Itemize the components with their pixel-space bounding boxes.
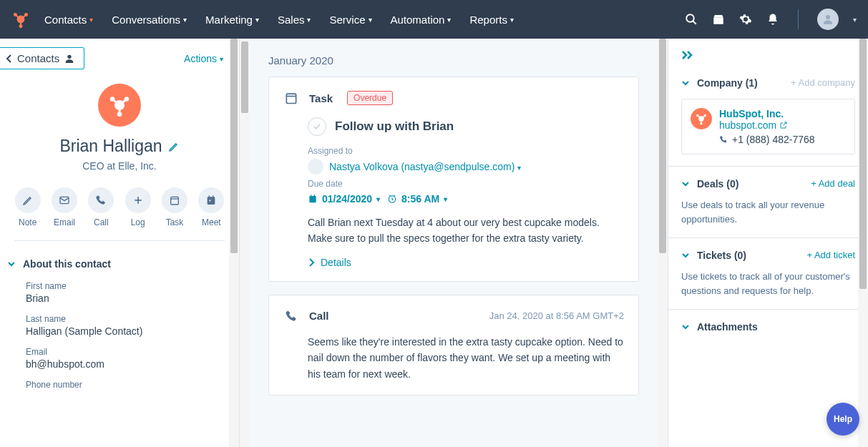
actions-dropdown[interactable]: Actions ▾ bbox=[184, 53, 223, 64]
timeline-month: January 2020 bbox=[268, 54, 639, 67]
svg-line-5 bbox=[693, 21, 696, 24]
nav-sales[interactable]: Sales▾ bbox=[278, 14, 311, 26]
nav-service[interactable]: Service▾ bbox=[329, 14, 371, 26]
scrollbar[interactable] bbox=[658, 39, 668, 447]
attachments-section-toggle[interactable]: Attachments bbox=[681, 321, 855, 333]
calendar-icon bbox=[308, 194, 318, 204]
company-phone[interactable]: +1 (888) 482-7768 bbox=[719, 134, 815, 145]
scrollbar[interactable] bbox=[229, 39, 239, 447]
assignee-dropdown[interactable]: Nastya Volkova (nastya@sendpulse.com) ▾ bbox=[329, 161, 521, 172]
log-button[interactable] bbox=[125, 187, 151, 213]
call-button[interactable] bbox=[88, 187, 114, 213]
task-complete-checkbox[interactable] bbox=[308, 117, 326, 136]
timeline-panel: January 2020 Task Overdue Follow up with… bbox=[240, 39, 668, 447]
hubspot-logo[interactable] bbox=[11, 10, 30, 29]
attachments-section: Attachments bbox=[668, 310, 868, 344]
chevron-down-icon bbox=[681, 323, 690, 331]
chevron-right-icon bbox=[308, 258, 315, 267]
company-logo bbox=[691, 108, 712, 129]
nav-contacts[interactable]: Contacts▾ bbox=[44, 14, 93, 26]
chevron-down-icon bbox=[7, 260, 16, 268]
svg-rect-23 bbox=[286, 94, 296, 103]
chevron-down-icon: ▾ bbox=[255, 16, 259, 24]
details-toggle[interactable]: Details bbox=[308, 257, 624, 268]
nav-marketing[interactable]: Marketing▾ bbox=[205, 14, 259, 26]
meet-button[interactable] bbox=[198, 187, 224, 213]
field-email[interactable]: Email bh@hubspot.com bbox=[0, 344, 239, 377]
chevron-down-icon: ▾ bbox=[447, 16, 451, 24]
svg-rect-19 bbox=[208, 197, 215, 205]
top-nav: Contacts▾ Conversations▾ Marketing▾ Sale… bbox=[0, 0, 868, 39]
svg-rect-26 bbox=[311, 195, 311, 196]
svg-point-8 bbox=[68, 54, 72, 58]
assigned-to-label: Assigned to bbox=[308, 146, 624, 156]
chevron-down-icon bbox=[681, 251, 690, 260]
overdue-badge: Overdue bbox=[347, 91, 393, 105]
chevron-down-icon bbox=[681, 79, 690, 87]
task-title: Follow up with Brian bbox=[335, 119, 454, 134]
chevron-down-icon: ▾ bbox=[510, 16, 514, 24]
nav-conversations[interactable]: Conversations▾ bbox=[112, 14, 187, 26]
due-date-picker[interactable]: 01/24/2020 ▾ bbox=[308, 193, 380, 205]
collapse-panel-button[interactable] bbox=[668, 39, 868, 66]
svg-rect-6 bbox=[713, 18, 723, 24]
svg-rect-27 bbox=[314, 195, 315, 196]
field-first-name[interactable]: First name Brian bbox=[0, 278, 239, 311]
assignee-avatar bbox=[308, 159, 323, 175]
note-button[interactable] bbox=[15, 187, 41, 213]
field-phone[interactable]: Phone number bbox=[0, 377, 239, 398]
svg-rect-22 bbox=[210, 200, 211, 201]
user-avatar[interactable] bbox=[817, 9, 839, 30]
company-domain-link[interactable]: hubspot.com bbox=[719, 119, 815, 131]
chevron-down-icon: ▾ bbox=[220, 55, 223, 63]
chevron-down-icon: ▾ bbox=[444, 195, 447, 203]
due-time-picker[interactable]: 8:56 AM ▾ bbox=[387, 193, 447, 205]
company-section: Company (1) + Add company HubSpot, Inc. … bbox=[668, 66, 868, 167]
marketplace-icon[interactable] bbox=[712, 13, 725, 26]
task-icon bbox=[283, 90, 299, 106]
task-description: Call Brian next Tuesday at 4 about our v… bbox=[308, 215, 624, 247]
contact-icon bbox=[64, 53, 75, 64]
chevron-down-icon: ▾ bbox=[517, 164, 521, 172]
back-to-contacts[interactable]: Contacts bbox=[0, 47, 84, 69]
add-deal-link[interactable]: + Add deal bbox=[811, 178, 855, 189]
card-type-label: Task bbox=[309, 92, 333, 104]
add-ticket-link[interactable]: + Add ticket bbox=[806, 250, 855, 260]
pencil-icon[interactable] bbox=[168, 141, 180, 152]
gear-icon[interactable] bbox=[739, 13, 752, 26]
deals-help-text: Use deals to track all your revenue oppo… bbox=[681, 198, 855, 226]
scrollbar[interactable] bbox=[240, 39, 250, 447]
nav-automation[interactable]: Automation▾ bbox=[391, 14, 452, 26]
chevron-down-icon: ▾ bbox=[307, 16, 311, 24]
chevron-down-icon bbox=[681, 180, 690, 188]
about-section-header[interactable]: About this contact bbox=[0, 247, 239, 278]
contact-subtitle: CEO at Elle, Inc. bbox=[14, 160, 225, 172]
email-button[interactable] bbox=[52, 187, 77, 213]
call-timestamp: Jan 24, 2020 at 8:56 AM GMT+2 bbox=[489, 310, 624, 321]
chevron-down-icon[interactable]: ▾ bbox=[853, 16, 857, 24]
back-label: Contacts bbox=[17, 52, 59, 64]
chevron-down-icon: ▾ bbox=[369, 16, 372, 24]
chevron-down-icon: ▾ bbox=[183, 16, 187, 24]
tickets-help-text: Use tickets to track all of your custome… bbox=[681, 270, 855, 298]
bell-icon[interactable] bbox=[766, 13, 779, 26]
nav-reports[interactable]: Reports▾ bbox=[469, 14, 514, 26]
scrollbar[interactable] bbox=[858, 39, 868, 447]
svg-point-7 bbox=[826, 15, 830, 19]
left-panel: Contacts Actions ▾ Brian Halligan CEO at… bbox=[0, 39, 240, 447]
contact-avatar[interactable] bbox=[98, 84, 141, 127]
divider bbox=[798, 9, 799, 29]
field-last-name[interactable]: Last name Halligan (Sample Contact) bbox=[0, 311, 239, 344]
svg-rect-20 bbox=[209, 195, 210, 197]
task-button[interactable] bbox=[162, 187, 187, 213]
chevron-down-icon: ▾ bbox=[89, 16, 93, 24]
company-name: HubSpot, Inc. bbox=[719, 108, 815, 119]
help-fab[interactable]: Help bbox=[826, 403, 859, 436]
company-card[interactable]: HubSpot, Inc. hubspot.com +1 (888) 482-7… bbox=[681, 99, 855, 154]
right-panel: Company (1) + Add company HubSpot, Inc. … bbox=[668, 39, 868, 447]
search-icon[interactable] bbox=[685, 13, 698, 26]
add-company-link[interactable]: + Add company bbox=[791, 77, 855, 88]
tickets-section: Tickets (0) + Add ticket Use tickets to … bbox=[668, 238, 868, 310]
action-label: Meet bbox=[202, 217, 221, 227]
action-label: Call bbox=[94, 217, 109, 227]
